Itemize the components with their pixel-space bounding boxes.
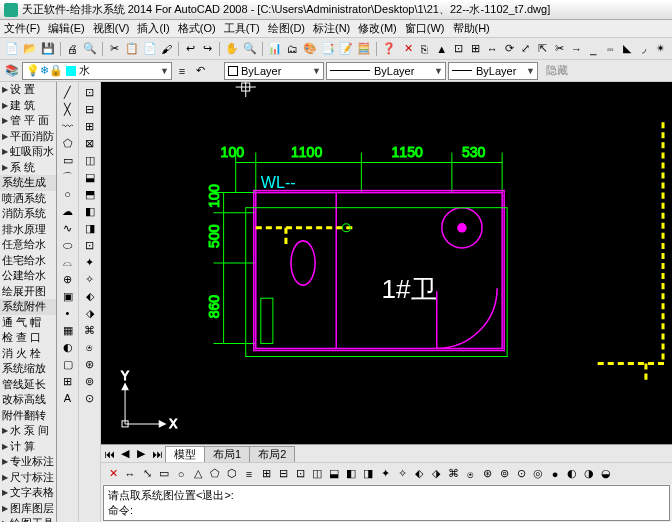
match-icon[interactable]: 🖌	[160, 41, 175, 57]
bt-icon[interactable]: ≡	[241, 466, 257, 482]
tool6-icon[interactable]: ⬓	[82, 169, 98, 185]
tool19-icon[interactable]: ⊙	[82, 390, 98, 406]
tool17-icon[interactable]: ⊛	[82, 356, 98, 372]
calc-icon[interactable]: 🧮	[356, 41, 372, 57]
bt-icon[interactable]: ◐	[564, 466, 580, 482]
layer-combo[interactable]: 💡❄🔒 水 ▼	[22, 62, 172, 80]
tool18-icon[interactable]: ⊚	[82, 373, 98, 389]
lineweight-combo[interactable]: ByLayer ▼	[448, 62, 538, 80]
tab-prev-icon[interactable]: ◀	[117, 447, 133, 460]
bt-icon[interactable]: ◫	[309, 466, 325, 482]
ellipse-icon[interactable]: ⬭	[60, 237, 76, 253]
menu-format[interactable]: 格式(O)	[178, 21, 216, 36]
sidebar-item[interactable]: 消防系统	[0, 206, 56, 222]
sidebar-item[interactable]: 系统缩放	[0, 361, 56, 377]
menu-insert[interactable]: 插入(I)	[137, 21, 169, 36]
tab-last-icon[interactable]: ⏭	[149, 448, 165, 460]
sidebar-item[interactable]: 管 平 面	[0, 113, 56, 129]
sidebar-item[interactable]: 文字表格	[0, 485, 56, 501]
menu-dim[interactable]: 标注(N)	[313, 21, 350, 36]
table-icon[interactable]: ⊞	[60, 373, 76, 389]
bt-icon[interactable]: ⊙	[513, 466, 529, 482]
array-icon[interactable]: ⊞	[468, 41, 483, 57]
bt-icon[interactable]: ⊚	[496, 466, 512, 482]
markup-icon[interactable]: 📝	[338, 41, 354, 57]
toolpal-icon[interactable]: 🎨	[302, 41, 318, 57]
sidebar-item[interactable]: 系 统	[0, 160, 56, 176]
sidebar-item[interactable]: 附件翻转	[0, 408, 56, 424]
tool8-icon[interactable]: ◧	[82, 203, 98, 219]
tool9-icon[interactable]: ◨	[82, 220, 98, 236]
mirror-icon[interactable]: ▲	[434, 41, 449, 57]
bt-icon[interactable]: ✕	[105, 466, 121, 482]
undo-icon[interactable]: ↩	[183, 41, 198, 57]
tianzheng-sidebar[interactable]: 设 置 建 筑 管 平 面 平面消防 虹吸雨水 系 统 系统生成 喷洒系统 消防…	[0, 82, 57, 522]
bt-icon[interactable]: ◨	[360, 466, 376, 482]
tool13-icon[interactable]: ⬖	[82, 288, 98, 304]
sidebar-item[interactable]: 图库图层	[0, 501, 56, 517]
linetype-combo[interactable]: ByLayer ▼	[326, 62, 446, 80]
bt-icon[interactable]: △	[190, 466, 206, 482]
bottom-toolbar[interactable]: ✕ ↔ ⤡ ▭ ○ △ ⬠ ⬡ ≡ ⊞ ⊟ ⊡ ◫ ⬓ ◧ ◨ ✦ ✧ ⬖ ⬗ …	[101, 462, 672, 484]
open-icon[interactable]: 📂	[22, 41, 38, 57]
sidebar-item[interactable]: 系统生成	[0, 175, 56, 191]
tool2-icon[interactable]: ⊟	[82, 101, 98, 117]
menu-view[interactable]: 视图(V)	[93, 21, 130, 36]
sidebar-item[interactable]: 设 置	[0, 82, 56, 98]
tab-layout2[interactable]: 布局2	[249, 446, 295, 462]
sidebar-item[interactable]: 虹吸雨水	[0, 144, 56, 160]
tool14-icon[interactable]: ⬗	[82, 305, 98, 321]
scale-icon[interactable]: ⤢	[519, 41, 534, 57]
sidebar-item[interactable]: 建 筑	[0, 98, 56, 114]
pline-icon[interactable]: 〰	[60, 118, 76, 134]
sidebar-item[interactable]: 排水原理	[0, 222, 56, 238]
paste-icon[interactable]: 📄	[142, 41, 158, 57]
sidebar-item[interactable]: 专业标注	[0, 454, 56, 470]
tool11-icon[interactable]: ✦	[82, 254, 98, 270]
join-icon[interactable]: ⎓	[603, 41, 618, 57]
draw-toolbar[interactable]: ╱ ╳ 〰 ⬠ ▭ ⌒ ○ ☁ ∿ ⬭ ⌓ ⊕ ▣ • ▦ ◐ ▢ ⊞ A	[57, 82, 79, 522]
bt-icon[interactable]: ◑	[581, 466, 597, 482]
menu-bar[interactable]: 文件(F) 编辑(E) 视图(V) 插入(I) 格式(O) 工具(T) 绘图(D…	[0, 20, 672, 38]
menu-edit[interactable]: 编辑(E)	[48, 21, 85, 36]
bt-icon[interactable]: ◎	[530, 466, 546, 482]
bt-icon[interactable]: ●	[547, 466, 563, 482]
menu-tools[interactable]: 工具(T)	[224, 21, 260, 36]
drawing-canvas[interactable]: 100 1100 1150 530 100 500 860	[101, 82, 672, 444]
stretch-icon[interactable]: ⇱	[535, 41, 550, 57]
chamfer-icon[interactable]: ◣	[620, 41, 635, 57]
sidebar-item[interactable]: 尺寸标注	[0, 470, 56, 486]
insert-icon[interactable]: ⊕	[60, 271, 76, 287]
menu-window[interactable]: 窗口(W)	[405, 21, 445, 36]
sidebar-item[interactable]: 水 泵 间	[0, 423, 56, 439]
sidebar-item[interactable]: 平面消防	[0, 129, 56, 145]
circle-icon[interactable]: ○	[60, 186, 76, 202]
sidebar-item[interactable]: 消 火 栓	[0, 346, 56, 362]
tool5-icon[interactable]: ◫	[82, 152, 98, 168]
offset-icon[interactable]: ⊡	[451, 41, 466, 57]
tool16-icon[interactable]: ⍟	[82, 339, 98, 355]
preview-icon[interactable]: 🔍	[82, 41, 98, 57]
spline-icon[interactable]: ∿	[60, 220, 76, 236]
draw-toolbar2[interactable]: ⊡ ⊟ ⊞ ⊠ ◫ ⬓ ⬒ ◧ ◨ ⊡ ✦ ✧ ⬖ ⬗ ⌘ ⍟ ⊛ ⊚ ⊙	[79, 82, 101, 522]
bt-icon[interactable]: ⬓	[326, 466, 342, 482]
sidebar-item[interactable]: 喷洒系统	[0, 191, 56, 207]
trim-icon[interactable]: ✂	[552, 41, 567, 57]
sidebar-item[interactable]: 系统附件	[0, 299, 56, 315]
bt-icon[interactable]: ▭	[156, 466, 172, 482]
menu-modify[interactable]: 修改(M)	[358, 21, 397, 36]
bt-icon[interactable]: ⬡	[224, 466, 240, 482]
bt-icon[interactable]: ◧	[343, 466, 359, 482]
rect-icon[interactable]: ▭	[60, 152, 76, 168]
menu-help[interactable]: 帮助(H)	[453, 21, 490, 36]
region-icon[interactable]: ▢	[60, 356, 76, 372]
tool4-icon[interactable]: ⊠	[82, 135, 98, 151]
gradient-icon[interactable]: ◐	[60, 339, 76, 355]
ellipsearc-icon[interactable]: ⌓	[60, 254, 76, 270]
sidebar-item[interactable]: 绘图工具	[0, 516, 56, 522]
tab-next-icon[interactable]: ▶	[133, 447, 149, 460]
sidebar-item[interactable]: 改标高线	[0, 392, 56, 408]
erase-icon[interactable]: ✕	[401, 41, 416, 57]
cmd-prompt[interactable]: 命令:	[108, 503, 665, 518]
sidebar-item[interactable]: 通 气 帽	[0, 315, 56, 331]
